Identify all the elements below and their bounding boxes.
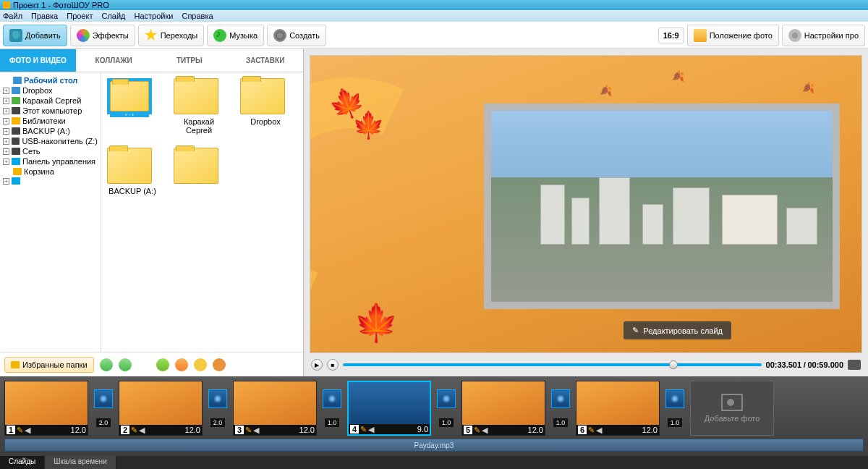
- timeline-slide[interactable]: 1✎◀12.0: [4, 381, 88, 436]
- folder-tree[interactable]: Рабочий стол+Dropbox+Каракай Сергей+Этот…: [0, 72, 101, 352]
- tree-item[interactable]: +Этот компьютер: [1, 106, 99, 116]
- seek-knob[interactable]: [669, 360, 678, 369]
- tab-splash[interactable]: ЗАСТАВКИ: [227, 49, 303, 72]
- timeline-strip[interactable]: 1✎◀12.02.02✎◀12.02.03✎◀12.01.04✎◀9.01.05…: [4, 381, 864, 436]
- nav-forward-icon[interactable]: [119, 358, 132, 371]
- folder-thumbnail[interactable]: [174, 148, 224, 195]
- timeline-slide[interactable]: 5✎◀12.0: [461, 381, 545, 436]
- timeline-slide[interactable]: 4✎◀9.0: [347, 381, 431, 436]
- sound-icon[interactable]: ◀: [368, 425, 374, 434]
- nav-back-icon[interactable]: [100, 358, 113, 371]
- tab-photo-video[interactable]: ФОТО И ВИДЕО: [0, 49, 76, 72]
- pencil-icon[interactable]: ✎: [588, 426, 595, 435]
- slide-number: 2: [121, 426, 129, 434]
- menu-file[interactable]: Файл: [3, 12, 22, 20]
- pencil-icon[interactable]: ✎: [360, 425, 367, 434]
- project-settings-button[interactable]: Настройки про: [782, 25, 865, 46]
- tab-titles[interactable]: ТИТРЫ: [152, 49, 228, 72]
- menu-slide[interactable]: Слайд: [101, 12, 125, 20]
- pencil-icon[interactable]: ✎: [131, 426, 137, 435]
- tree-item[interactable]: +Сеть: [1, 146, 99, 156]
- menu-project[interactable]: Проект: [67, 12, 93, 20]
- stop-button[interactable]: ■: [327, 359, 339, 371]
- add-slide-button[interactable]: Добавьте фото: [690, 381, 774, 436]
- sound-icon[interactable]: ◀: [253, 426, 259, 435]
- folder-label: Каракай Сергей: [174, 117, 224, 135]
- folder-icon: [12, 107, 20, 114]
- transition[interactable]: 1.0: [663, 381, 687, 436]
- nav-folder2-icon[interactable]: [213, 358, 226, 371]
- photo-position-button[interactable]: Положение фото: [687, 25, 779, 46]
- audio-track[interactable]: Payday.mp3: [4, 439, 864, 452]
- expand-icon[interactable]: +: [3, 118, 9, 124]
- folder-thumbnail[interactable]: Каракай Сергей: [174, 78, 224, 135]
- folder-thumbnail[interactable]: BACKUP (A:): [107, 148, 158, 195]
- menu-help[interactable]: Справка: [182, 12, 213, 20]
- transition[interactable]: 1.0: [434, 381, 459, 436]
- timeline-slide[interactable]: 3✎◀12.0: [233, 381, 317, 436]
- transition-thumb: [94, 389, 113, 408]
- nav-folder-icon[interactable]: [194, 358, 207, 371]
- music-button[interactable]: Музыка: [207, 25, 264, 46]
- transition[interactable]: 2.0: [205, 381, 230, 436]
- timecode: 00:33.501 / 00:59.000: [766, 360, 843, 369]
- tree-item[interactable]: +: [1, 177, 99, 185]
- timeline-slide[interactable]: 6✎◀12.0: [576, 381, 660, 436]
- effects-button[interactable]: Эффекты: [70, 25, 135, 46]
- expand-icon[interactable]: +: [3, 88, 9, 94]
- preview-canvas[interactable]: 🍁 🍁 🍁 🍂 🍂 🍂 ✎Редактировать слайд: [310, 55, 862, 353]
- aspect-ratio[interactable]: 16:9: [658, 28, 684, 43]
- tab-slides[interactable]: Слайды: [0, 456, 45, 469]
- tree-item[interactable]: Рабочий стол: [1, 75, 99, 85]
- pencil-icon[interactable]: ✎: [474, 426, 480, 435]
- play-button[interactable]: ▶: [311, 359, 323, 371]
- transition-duration: 2.0: [210, 418, 226, 427]
- create-label: Создать: [289, 31, 320, 40]
- add-button[interactable]: Добавить: [3, 25, 67, 46]
- transitions-button[interactable]: Переходы: [138, 25, 205, 46]
- expand-icon[interactable]: +: [3, 159, 9, 165]
- menu-edit[interactable]: Правка: [31, 12, 58, 20]
- timeline-slide[interactable]: 2✎◀12.0: [119, 381, 203, 436]
- tab-collages[interactable]: КОЛЛАЖИ: [76, 49, 152, 72]
- transition[interactable]: 1.0: [320, 381, 344, 436]
- create-button[interactable]: Создать: [267, 25, 326, 46]
- slide-number: 3: [235, 426, 244, 434]
- pencil-icon[interactable]: ✎: [17, 426, 23, 435]
- tree-item[interactable]: +Dropbox: [1, 85, 99, 96]
- slide-number: 5: [464, 426, 472, 434]
- edit-slide-button[interactable]: ✎Редактировать слайд: [624, 321, 731, 339]
- expand-icon[interactable]: +: [3, 148, 9, 155]
- slide-number: 4: [350, 425, 359, 434]
- folder-thumbnail[interactable]: Dropbox: [240, 78, 291, 135]
- expand-icon[interactable]: +: [3, 98, 9, 104]
- tab-timeline[interactable]: Шкала времени: [45, 456, 116, 469]
- tree-item[interactable]: +Панель управления: [1, 156, 99, 166]
- expand-icon[interactable]: +: [3, 138, 9, 145]
- menu-settings[interactable]: Настройки: [135, 12, 174, 20]
- folder-thumbnail[interactable]: ‹ · ›: [107, 78, 158, 135]
- expand-icon[interactable]: +: [3, 178, 9, 185]
- tree-item[interactable]: Корзина: [1, 166, 99, 177]
- snapshot-icon[interactable]: [848, 360, 861, 370]
- favorite-folders-button[interactable]: Избранные папки: [4, 357, 94, 373]
- nav-down-icon[interactable]: [156, 358, 169, 371]
- photo-frame[interactable]: [484, 103, 840, 309]
- transition[interactable]: 2.0: [91, 381, 116, 436]
- sound-icon[interactable]: ◀: [25, 426, 30, 435]
- nav-home-icon[interactable]: [175, 358, 188, 371]
- transition[interactable]: 1.0: [548, 381, 573, 436]
- preview-pane: 🍁 🍁 🍁 🍂 🍂 🍂 ✎Редактировать слайд: [304, 49, 868, 376]
- sound-icon[interactable]: ◀: [482, 426, 488, 435]
- tree-item[interactable]: +USB-накопитель (Z:): [1, 136, 99, 146]
- pencil-icon[interactable]: ✎: [245, 426, 252, 435]
- seek-bar[interactable]: [343, 363, 762, 366]
- expand-icon[interactable]: +: [3, 128, 9, 135]
- tree-item[interactable]: +Библиотеки: [1, 116, 99, 126]
- tree-item[interactable]: +Каракай Сергей: [1, 96, 99, 106]
- expand-icon[interactable]: +: [3, 108, 9, 114]
- sound-icon[interactable]: ◀: [596, 426, 602, 435]
- tree-item[interactable]: +BACKUP (A:): [1, 126, 99, 136]
- sound-icon[interactable]: ◀: [139, 426, 145, 435]
- folder-thumbnails[interactable]: ‹ · ›Каракай СергейDropboxBACKUP (A:): [101, 72, 303, 352]
